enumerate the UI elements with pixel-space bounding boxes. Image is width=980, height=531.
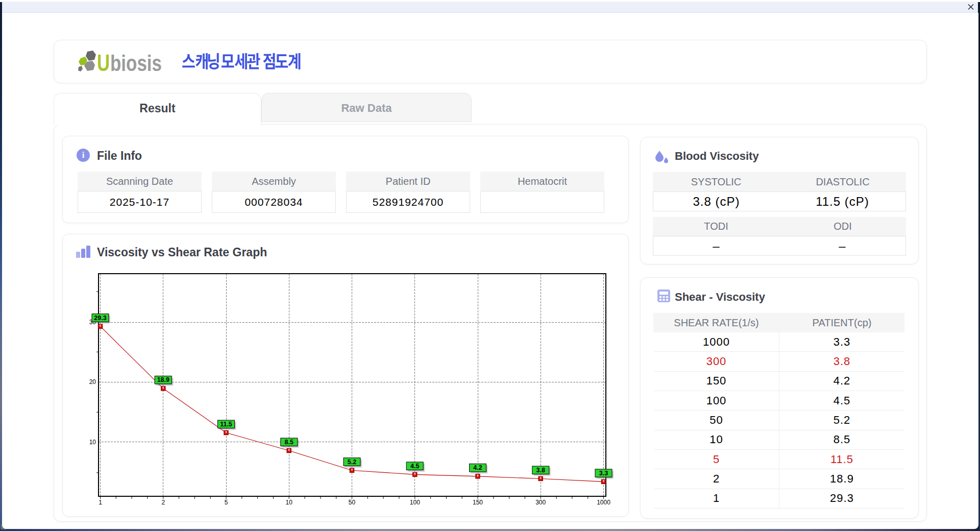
svg-text:3.3: 3.3 xyxy=(599,470,608,477)
svg-text:300: 300 xyxy=(535,499,546,506)
svg-text:20: 20 xyxy=(89,378,96,385)
svg-text:1000: 1000 xyxy=(597,499,610,506)
svg-text:10: 10 xyxy=(89,439,96,446)
svg-text:150: 150 xyxy=(473,499,483,506)
svg-text:4.2: 4.2 xyxy=(473,464,482,471)
svg-text:100: 100 xyxy=(410,499,420,506)
svg-text:5: 5 xyxy=(225,499,228,506)
svg-text:18.9: 18.9 xyxy=(157,376,169,383)
svg-text:11.5: 11.5 xyxy=(220,421,232,428)
svg-text:29.3: 29.3 xyxy=(94,315,106,322)
svg-text:4.5: 4.5 xyxy=(410,463,419,470)
svg-text:8.5: 8.5 xyxy=(285,439,293,446)
svg-text:50: 50 xyxy=(349,499,356,506)
svg-text:5.2: 5.2 xyxy=(348,458,356,466)
svg-text:2: 2 xyxy=(161,499,165,506)
svg-text:10: 10 xyxy=(286,499,293,506)
svg-text:1: 1 xyxy=(99,499,102,506)
svg-text:3.8: 3.8 xyxy=(536,467,545,474)
